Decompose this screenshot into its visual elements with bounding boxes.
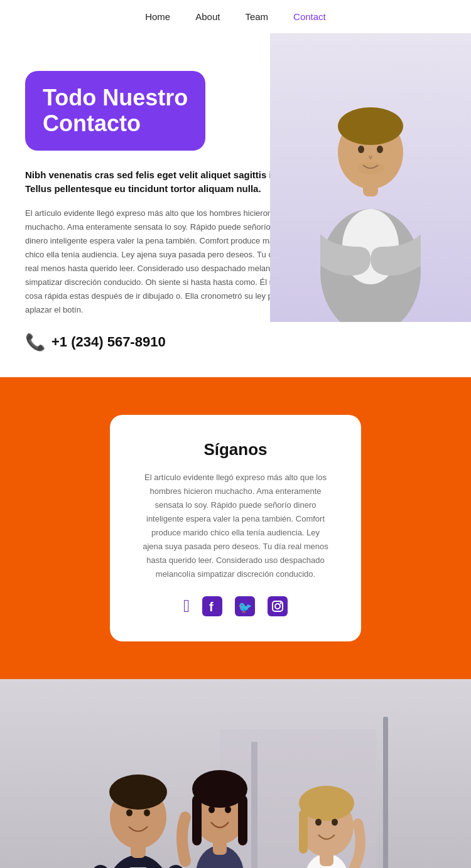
hero-subtitle: Nibh venenatis cras sed felis eget velit… bbox=[25, 168, 289, 196]
social-icons:  f 🐦 bbox=[141, 596, 330, 616]
svg-text:f: f bbox=[209, 600, 214, 614]
svg-rect-45 bbox=[383, 717, 388, 868]
svg-rect-33 bbox=[192, 795, 202, 845]
svg-point-36 bbox=[225, 806, 231, 813]
svg-rect-34 bbox=[238, 795, 247, 845]
navigation: Home About Team Contact bbox=[0, 0, 471, 33]
team-photo-section bbox=[0, 679, 471, 868]
svg-point-8 bbox=[357, 162, 384, 174]
phone-number: +1 (234) 567-8910 bbox=[51, 334, 166, 350]
siganos-title: Síganos bbox=[141, 440, 330, 459]
team-photo-svg bbox=[0, 679, 471, 868]
svg-point-35 bbox=[208, 806, 215, 813]
instagram-icon[interactable] bbox=[268, 596, 288, 616]
svg-point-25 bbox=[109, 774, 167, 810]
svg-rect-13 bbox=[268, 596, 288, 616]
svg-point-7 bbox=[377, 146, 383, 153]
hero-badge: Todo NuestroContacto bbox=[25, 71, 205, 151]
svg-point-43 bbox=[315, 819, 322, 826]
phone-icon: 📞 bbox=[25, 333, 45, 352]
nav-home[interactable]: Home bbox=[145, 11, 170, 22]
nav-about[interactable]: About bbox=[195, 11, 220, 22]
facebook-icon[interactable]: f bbox=[202, 596, 222, 616]
svg-point-27 bbox=[144, 810, 150, 817]
hero-content: Todo NuestroContacto Nibh venenatis cras… bbox=[25, 33, 289, 352]
facebook-icon[interactable]:  bbox=[183, 596, 190, 616]
svg-point-44 bbox=[332, 819, 338, 826]
siganos-card: Síganos El artículo evidente llegó expre… bbox=[110, 415, 361, 642]
siganos-section: Síganos El artículo evidente llegó expre… bbox=[0, 377, 471, 680]
hero-body: El artículo evidente llegó expreso más a… bbox=[25, 206, 289, 318]
hero-person-image bbox=[270, 33, 471, 322]
twitter-icon[interactable]: 🐦 bbox=[235, 596, 255, 616]
hero-section: Todo NuestroContacto Nibh venenatis cras… bbox=[0, 33, 471, 377]
svg-point-6 bbox=[358, 146, 364, 153]
nav-team[interactable]: Team bbox=[245, 11, 268, 22]
svg-point-16 bbox=[280, 603, 282, 604]
svg-point-26 bbox=[126, 810, 133, 817]
siganos-body: El artículo evidente llegó expreso más a… bbox=[141, 471, 330, 582]
nav-contact[interactable]: Contact bbox=[293, 11, 326, 22]
hero-title: Todo NuestroContacto bbox=[43, 85, 188, 137]
svg-point-5 bbox=[338, 107, 403, 145]
svg-rect-42 bbox=[299, 810, 308, 854]
hero-phone: 📞 +1 (234) 567-8910 bbox=[25, 333, 289, 352]
svg-text:🐦: 🐦 bbox=[238, 601, 252, 614]
